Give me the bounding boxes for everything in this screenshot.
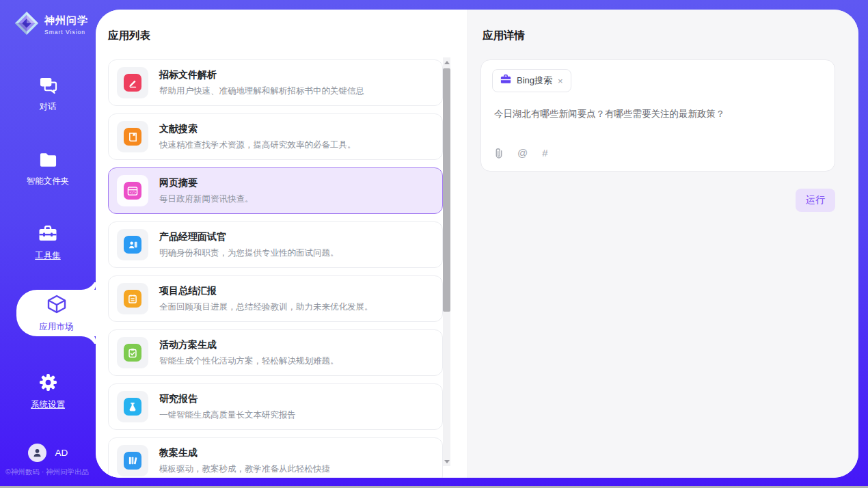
app-card-title: 项目总结汇报	[159, 285, 373, 297]
interviewer-icon	[124, 236, 141, 254]
sidebar-item-label: 对话	[40, 101, 57, 113]
clipboard-check-icon	[124, 344, 141, 362]
sidebar-item-settings[interactable]: 系统设置	[0, 373, 96, 411]
cube-icon	[46, 294, 67, 317]
main-panel: 应用列表 招标文件解析 帮助用户快速、准确地理解和解析招标书中的关键信息 文献搜…	[96, 10, 858, 478]
books-icon	[124, 452, 141, 470]
app-card-research-report[interactable]: 研究报告 一键智能生成高质量长文本研究报告	[108, 383, 443, 430]
sidebar-item-label: 智能文件夹	[27, 176, 70, 187]
document-edit-icon	[124, 74, 141, 92]
scroll-up-icon[interactable]	[443, 57, 450, 67]
user-account[interactable]: AD	[0, 444, 96, 462]
sidebar-item-label: 应用市场	[40, 321, 74, 333]
sidebar: 神州问学 Smart Vision 对话 智能文件夹	[0, 0, 96, 488]
app-card-list: 招标文件解析 帮助用户快速、准确地理解和解析招标书中的关键信息 文献搜索 快速精…	[108, 59, 443, 478]
app-card-desc: 一键智能生成高质量长文本研究报告	[159, 409, 296, 421]
briefcase-icon	[500, 74, 511, 87]
app-card-desc: 快速精准查找学术资源，提高研究效率的必备工具。	[159, 139, 356, 151]
app-list-panel: 应用列表 招标文件解析 帮助用户快速、准确地理解和解析招标书中的关键信息 文献搜…	[96, 10, 467, 478]
app-detail-panel: 应用详情 Bing搜索 × 今日湖北有哪些新闻要点？有哪些需要关注的最新政策？	[467, 10, 858, 478]
app-card-title: 网页摘要	[159, 177, 254, 189]
app-card-title: 招标文件解析	[159, 69, 364, 81]
list-scrollbar[interactable]	[443, 57, 450, 466]
app-card-literature-search[interactable]: 文献搜索 快速精准查找学术资源，提高研究效率的必备工具。	[108, 113, 443, 160]
app-card-title: 文献搜索	[159, 123, 356, 135]
copyright-text: ©神州数码 · 神州问学出品	[5, 467, 96, 477]
app-card-bid-parse[interactable]: 招标文件解析 帮助用户快速、准确地理解和解析招标书中的关键信息	[108, 59, 443, 106]
svg-text:</>: </>	[130, 190, 136, 194]
app-card-activity-plan[interactable]: 活动方案生成 智能生成个性化活动方案，轻松解决规划难题。	[108, 329, 443, 376]
sidebar-item-app-market[interactable]: 应用市场	[16, 290, 96, 336]
app-card-desc: 模板驱动，教案秒成，教学准备从此轻松快捷	[159, 463, 330, 475]
app-card-title: 教案生成	[159, 447, 330, 459]
scrollbar-thumb[interactable]	[443, 68, 450, 312]
sidebar-item-chat[interactable]: 对话	[0, 77, 96, 113]
book-icon	[124, 128, 141, 146]
app-card-desc: 帮助用户快速、准确地理解和解析招标书中的关键信息	[159, 85, 364, 97]
app-card-lesson-plan[interactable]: 教案生成 模板驱动，教案秒成，教学准备从此轻松快捷	[108, 437, 443, 478]
gear-icon	[39, 373, 57, 394]
app-card-title: 活动方案生成	[159, 339, 339, 351]
app-card-web-summary[interactable]: </> 网页摘要 每日政府新闻资讯快查。	[108, 167, 443, 214]
app-card-project-summary[interactable]: 项目总结汇报 全面回顾项目进展，总结经验教训，助力未来优化发展。	[108, 275, 443, 322]
avatar	[28, 444, 46, 462]
app-card-title: 研究报告	[159, 393, 296, 405]
scroll-down-icon[interactable]	[443, 457, 450, 466]
sidebar-item-label: 工具集	[35, 250, 61, 262]
app-card-title: 产品经理面试官	[159, 231, 339, 243]
tool-chip-label: Bing搜索	[517, 74, 552, 87]
attachment-toolbar: @ #	[494, 147, 824, 159]
app-card-pm-interviewer[interactable]: 产品经理面试官 明确身份和职责，为您提供专业性的面试问题。	[108, 221, 443, 268]
run-button[interactable]: 运行	[796, 189, 835, 212]
app-card-desc: 智能生成个性化活动方案，轻松解决规划难题。	[159, 355, 339, 367]
app-card-desc: 每日政府新闻资讯快查。	[159, 193, 254, 205]
paperclip-icon[interactable]	[494, 148, 503, 159]
brand-logo: 神州问学 Smart Vision	[0, 0, 96, 39]
app-list-title: 应用列表	[108, 29, 467, 43]
browser-code-icon: </>	[124, 182, 141, 200]
sidebar-item-toolset[interactable]: 工具集	[0, 226, 96, 262]
prompt-card: Bing搜索 × 今日湖北有哪些新闻要点？有哪些需要关注的最新政策？ @ #	[480, 59, 835, 172]
chat-icon	[39, 77, 57, 96]
toolbox-icon	[38, 226, 57, 245]
sidebar-item-label: 系统设置	[31, 399, 65, 411]
folder-icon	[39, 152, 57, 171]
sidebar-item-smart-folders[interactable]: 智能文件夹	[0, 152, 96, 187]
mention-icon[interactable]: @	[517, 147, 528, 159]
gem-logo-icon	[14, 10, 40, 39]
hashtag-icon[interactable]: #	[542, 147, 547, 159]
query-text[interactable]: 今日湖北有哪些新闻要点？有哪些需要关注的最新政策？	[494, 108, 824, 120]
app-detail-title: 应用详情	[483, 29, 835, 43]
user-initials: AD	[55, 448, 68, 458]
notepad-icon	[124, 290, 141, 308]
brand-tagline: Smart Vision	[44, 29, 88, 36]
brand-name: 神州问学	[44, 14, 88, 27]
app-card-desc: 全面回顾项目进展，总结经验教训，助力未来优化发展。	[159, 301, 373, 313]
app-card-desc: 明确身份和职责，为您提供专业性的面试问题。	[159, 247, 339, 259]
tool-chip-bing-search[interactable]: Bing搜索 ×	[492, 69, 571, 92]
close-icon[interactable]: ×	[558, 77, 563, 85]
research-icon	[124, 398, 141, 416]
